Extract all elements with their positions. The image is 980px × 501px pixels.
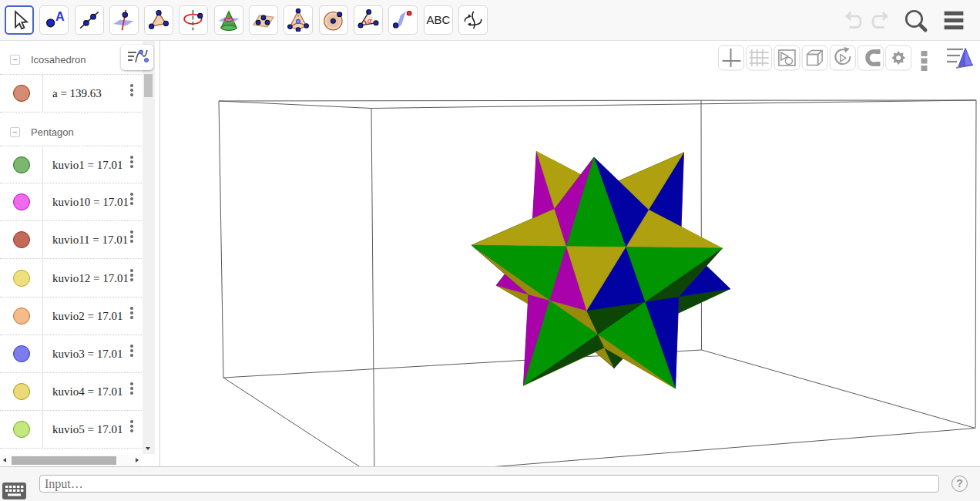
svg-text:A: A [55, 9, 65, 23]
